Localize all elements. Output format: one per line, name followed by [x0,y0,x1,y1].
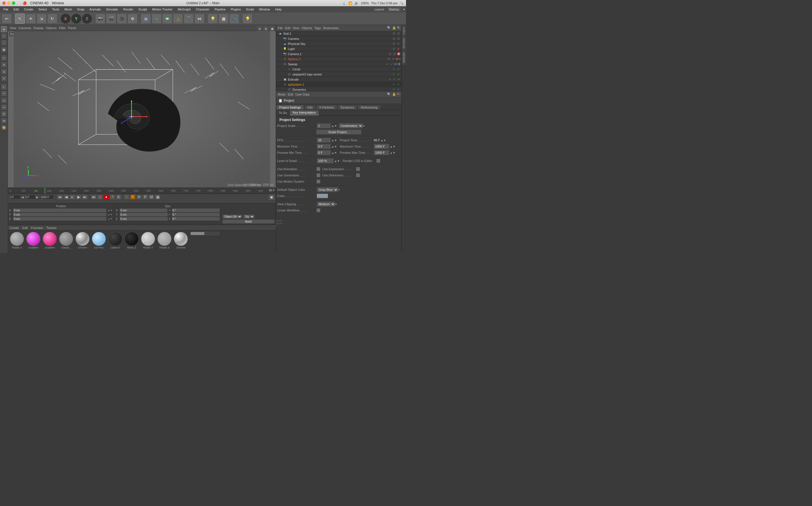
tool-brush[interactable]: S [1,111,7,117]
tool-knife[interactable]: ✂ [1,104,7,110]
light-tool[interactable]: 💡 [208,14,218,24]
attr-user-data[interactable]: User Data [296,93,310,96]
extrude-render[interactable]: ✓ [392,77,396,81]
attr-search-icon[interactable]: 🔍 [387,92,391,96]
material-classic[interactable]: Classic_ [58,232,74,249]
menu-file[interactable]: File [1,7,11,12]
menu-render[interactable]: Render [121,7,136,12]
menu-snap[interactable]: Snap [75,7,87,12]
app-name[interactable]: CINEMA 4D [30,1,48,5]
tool-rotate[interactable]: ↻ [1,75,7,81]
color-swatch[interactable] [317,194,328,198]
z-pos-input[interactable] [13,217,106,221]
sphere-tool[interactable]: ○ [151,14,162,24]
filter-menu[interactable]: Filter [59,26,66,30]
xpsystem-render[interactable]: ✓ [396,83,400,86]
menu-plugins[interactable]: Plugins [228,7,243,12]
render-lod-checkbox[interactable] [377,159,380,163]
tool-paint[interactable]: 🎨 [1,124,7,131]
min-time-stepper[interactable]: ▲▼ [331,145,337,148]
tool-spline[interactable]: 〜 [1,90,7,97]
menu-simulate[interactable]: Simulate [104,7,120,12]
material-black-li[interactable]: Black_li [124,232,139,249]
object-type-dropdown[interactable]: Object (Rel) Object (Abs) World [222,215,242,219]
tool-polys[interactable]: ▦ [1,47,7,53]
obj-camera[interactable]: 📷 Camera ☑ ☑ [276,36,401,41]
preview-min-stepper[interactable]: ▲▼ [331,151,337,154]
y-pos-stepper[interactable]: ▲▼ [108,213,113,216]
light-render[interactable]: ✕ [396,47,400,51]
menu-mesh[interactable]: Mesh [62,7,74,12]
vp-fit-button[interactable]: ⊕ [257,26,262,31]
material-chrome[interactable]: Chrome [75,232,90,249]
sky-vis[interactable]: ☑ [392,42,396,46]
cameras-menu[interactable]: Cameras [19,26,31,30]
search-icon[interactable]: 🔍 [387,26,391,30]
scale-project-button[interactable]: Scale Project... [316,130,362,135]
go-end-button2[interactable]: ⏭ [91,194,97,199]
lod-input[interactable] [317,158,334,163]
auto-key-button[interactable]: ? [110,194,115,199]
tab-dynamics[interactable]: Dynamics [338,105,358,110]
render-region-button[interactable]: 📷 [95,14,105,24]
cube-tool[interactable]: ▣ [141,14,151,24]
circle-vis[interactable]: ✓ [392,67,396,71]
view-menu[interactable]: View [10,26,16,30]
obj-edit[interactable]: Edit [285,26,290,30]
menu-pipeline[interactable]: Pipeline [212,7,228,12]
preview-max-stepper[interactable]: ▲▼ [390,151,396,154]
obj-bookmarks[interactable]: Bookmarks [323,26,339,30]
maximize-button[interactable] [12,1,15,5]
cone-tool[interactable]: △ [173,14,183,24]
z-size-input[interactable] [119,217,168,221]
x-size-input[interactable] [119,208,168,212]
null1-check1[interactable]: ☑ [392,32,396,35]
menu-create[interactable]: Create [22,7,35,12]
material-gradient1[interactable]: Gradient [25,232,41,249]
y-axis-button[interactable]: Y [71,14,81,24]
material-cd-proc[interactable]: CD Proc [91,232,107,249]
go-end-button[interactable]: ⏭ [82,194,88,199]
camera-render[interactable]: ☑ [396,37,400,41]
display-menu[interactable]: Display [33,26,43,30]
scale-tool-button[interactable]: ⇲ [36,14,46,24]
obj-null1[interactable]: ◈ Null.1 ☑ ☑ [276,31,401,36]
tool-move2[interactable]: ✛ [1,62,7,68]
rs-tab-attributes[interactable]: Attributes [402,50,406,65]
select-tool-button[interactable]: ↖ [15,14,25,24]
layout-dropdown[interactable]: Startup [387,7,401,12]
material-plastic-t[interactable]: Plastic T [140,232,156,249]
utopianio-render[interactable]: ✓ [396,72,400,76]
linear-workflow-checkbox[interactable]: ✓ [317,208,320,212]
x-pos-input[interactable] [13,208,106,212]
render-to-po-button[interactable]: 🎥 [117,14,127,24]
keyframe-view-button[interactable]: ▣ [269,194,275,200]
close-button[interactable] [2,1,6,5]
attr-lock-icon[interactable]: 🔒 [392,92,396,96]
max-time-input[interactable] [374,144,389,149]
sweep-vis[interactable]: ✓ [385,62,389,66]
plus-button[interactable]: + [124,194,129,199]
dynamics-vis[interactable]: ✓ [392,88,396,91]
obj-utopianio[interactable]: ◻ utopianIO logo vector ✓ ✓ [276,72,401,77]
use-motion-checkbox[interactable]: ✓ [317,180,320,183]
attr-expand-icon[interactable]: ⇱ [397,92,400,96]
project-time-stepper[interactable]: ▲▼ [381,139,386,142]
x-axis-button[interactable]: X [61,14,71,24]
preview-max-input[interactable] [374,150,389,155]
nurbs-tool[interactable]: ⌒ [184,14,194,24]
obj-tags[interactable]: Tags [314,26,321,30]
project-scale-input[interactable] [317,123,331,128]
viewport-canvas[interactable]: Perspective [8,31,276,187]
pref-button[interactable]: P [142,194,148,199]
timeline-ruler[interactable]: 0 50 96 150 200 250 300 350 400 450 500 … [8,188,276,194]
menu-tools[interactable]: Tools [50,7,62,12]
tool-model[interactable]: ◈ [1,26,7,32]
render-settings-button[interactable]: ⚙ [127,14,137,24]
dynamics-render[interactable]: ✓ [396,88,400,91]
tool-scale[interactable]: ⇲ [1,68,7,75]
rs-tab-structure[interactable]: Structure [402,36,406,50]
menu-script[interactable]: Script [244,7,256,12]
expand-icon[interactable]: ⇱ [397,26,400,30]
obj-xpsystem1[interactable]: ⬡ xpSystem.1 ✓ ✓ [276,82,401,87]
